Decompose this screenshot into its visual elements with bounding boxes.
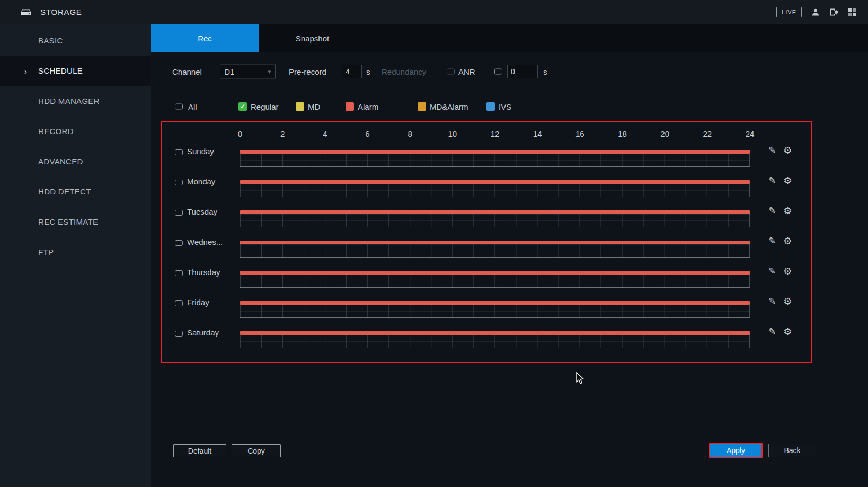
record-type-legend: All ✓ Regular MD Alarm MD&Alarm IVS [151,99,868,114]
alarm-type-checkbox[interactable] [346,102,354,111]
grid-view-icon[interactable] [848,8,856,16]
settings-gear-icon[interactable]: ⚙ [783,327,792,337]
prerecord-input[interactable] [342,65,362,78]
hour-label: 2 [280,129,285,138]
day-label: Wednes... [187,237,240,246]
day-label: Sunday [187,147,240,156]
settings-gear-icon[interactable]: ⚙ [783,206,792,216]
day-label: Monday [187,177,240,186]
settings-gear-icon[interactable]: ⚙ [783,297,792,306]
edit-pencil-icon[interactable]: ✎ [768,236,776,245]
edit-pencil-icon[interactable]: ✎ [768,327,776,336]
hour-label: 6 [365,129,369,138]
sidebar-item-label: FTP [38,247,54,256]
edit-pencil-icon[interactable]: ✎ [768,206,776,215]
anr-label: ANR [458,67,475,76]
day-checkbox[interactable] [175,300,183,306]
prerecord-label: Pre-record [289,67,326,76]
hour-label: 20 [660,129,669,138]
md-type-checkbox[interactable] [296,102,304,111]
sidebar-item-label: RECORD [38,127,74,136]
sidebar-item-hdd-manager[interactable]: HDD MANAGER [0,86,151,116]
day-timeline[interactable] [240,150,750,167]
default-button[interactable]: Default [173,444,226,457]
tab-snapshot[interactable]: Snapshot [259,24,366,52]
apply-button[interactable]: Apply [709,443,763,458]
timeline-grid [240,305,750,318]
copy-button[interactable]: Copy [232,444,281,457]
day-checkbox[interactable] [175,149,183,155]
sidebar-item-rec-estimate[interactable]: REC ESTIMATE [0,207,151,237]
hour-label: 8 [408,129,412,138]
day-checkbox[interactable] [175,331,183,337]
tab-bar: Rec Snapshot [151,24,868,52]
settings-gear-icon[interactable]: ⚙ [783,267,792,276]
hour-label: 16 [575,129,584,138]
user-icon[interactable] [811,8,820,16]
edit-pencil-icon[interactable]: ✎ [768,176,776,185]
regular-type-checkbox[interactable]: ✓ [238,102,247,111]
edit-pencil-icon[interactable]: ✎ [768,267,776,276]
hour-label: 12 [491,129,500,138]
alarm-label: Alarm [358,102,378,111]
edit-pencil-icon[interactable]: ✎ [768,146,776,155]
schedule-row-monday: Monday ✎ ⚙ [162,172,811,202]
timeline-grid [240,275,750,288]
storage-drive-icon [20,6,32,18]
sidebar-item-ftp[interactable]: FTP [0,237,151,267]
regular-label: Regular [251,102,279,111]
day-checkbox[interactable] [175,210,183,216]
chevron-down-icon: ▾ [268,68,271,75]
day-timeline[interactable] [240,301,750,318]
check-icon: ✓ [240,103,245,110]
sidebar-item-label: BASIC [38,36,63,45]
hour-label: 10 [448,129,457,138]
timeline-grid [240,244,750,258]
anr-input[interactable] [507,65,538,78]
settings-gear-icon[interactable]: ⚙ [783,146,792,155]
hour-label: 4 [323,129,327,138]
sidebar-item-schedule[interactable]: › SCHEDULE [0,56,151,86]
all-checkbox[interactable] [175,104,183,110]
hour-label: 14 [533,129,542,138]
day-checkbox[interactable] [175,270,183,276]
sidebar-item-advanced[interactable]: ADVANCED [0,146,151,176]
day-timeline[interactable] [240,180,750,197]
day-timeline[interactable] [240,271,750,288]
sidebar-item-label: ADVANCED [38,157,83,166]
sidebar-item-record[interactable]: RECORD [0,116,151,146]
settings-gear-icon[interactable]: ⚙ [783,236,792,246]
active-arrow-icon: › [24,66,27,75]
logout-icon[interactable] [829,8,838,16]
hour-label: 18 [618,129,627,138]
timeline-grid [240,154,750,167]
controls-row: Channel D1 ▾ Pre-record s Redundancy ANR… [151,64,868,79]
timeline-grid [240,184,750,197]
md-alarm-type-checkbox[interactable] [418,102,426,111]
top-bar: STORAGE LIVE [0,0,868,24]
channel-select[interactable]: D1 ▾ [220,65,276,79]
day-timeline[interactable] [240,241,750,258]
settings-gear-icon[interactable]: ⚙ [783,176,792,185]
day-label: Tuesday [187,207,240,216]
tab-rec[interactable]: Rec [151,24,259,52]
edit-pencil-icon[interactable]: ✎ [768,297,776,306]
back-button[interactable]: Back [768,444,816,457]
footer-divider [151,435,868,435]
anr-checkbox[interactable] [494,69,502,75]
timeline-grid [240,214,750,227]
schedule-row-sunday: Sunday ✎ ⚙ [162,142,811,172]
day-checkbox[interactable] [175,240,183,246]
schedule-row-thursday: Thursday ✎ ⚙ [162,263,811,293]
time-axis: 0 2 4 6 8 10 12 14 16 18 20 22 24 [240,129,750,142]
md-label: MD [308,102,320,111]
sidebar-item-hdd-detect[interactable]: HDD DETECT [0,176,151,207]
channel-value: D1 [225,67,234,76]
sidebar-item-basic[interactable]: BASIC [0,25,151,56]
day-timeline[interactable] [240,210,750,227]
ivs-type-checkbox[interactable] [486,102,495,111]
live-button[interactable]: LIVE [776,7,802,17]
day-timeline[interactable] [240,331,750,348]
day-checkbox[interactable] [175,180,183,185]
day-label: Saturday [187,328,240,337]
